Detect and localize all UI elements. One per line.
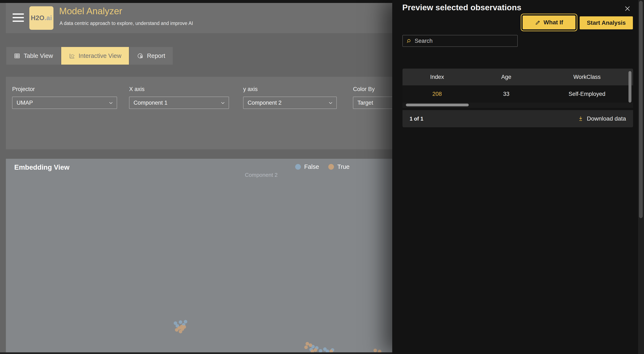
download-data-button[interactable]: Download data	[578, 115, 626, 122]
page-scrollbar[interactable]	[638, 0, 644, 354]
pagination-status: 1 of 1	[410, 116, 423, 122]
x-axis-value: Component 1	[134, 100, 168, 106]
cell-index[interactable]: 208	[402, 91, 472, 97]
y-axis-value: Component 2	[248, 100, 282, 106]
scatter-dot-true[interactable]	[373, 348, 377, 352]
logo-text-strong: H2O	[31, 14, 44, 22]
scatter-dot-false[interactable]	[319, 349, 322, 352]
table-horizontal-scrollbar[interactable]	[402, 103, 633, 108]
y-axis-dropdown[interactable]: Component 2	[243, 97, 337, 109]
chevron-down-icon	[220, 100, 226, 106]
cell-workclass: Self-Employed	[541, 91, 633, 97]
hamburger-menu-icon[interactable]	[12, 14, 24, 22]
what-if-label: What If	[544, 19, 563, 26]
scatter-dot-false[interactable]	[326, 349, 329, 352]
panel-title: Preview selected observations	[402, 3, 521, 12]
projector-value: UMAP	[16, 100, 33, 106]
start-analysis-label: Start Analysis	[587, 20, 626, 26]
scatter-dot-true[interactable]	[378, 350, 381, 352]
h2o-logo: H2O.ai	[29, 6, 54, 30]
x-axis-label: X axis	[129, 86, 229, 93]
what-if-button[interactable]: What If	[522, 16, 576, 29]
page-title: Model Analyzer	[59, 6, 122, 16]
column-header-age[interactable]: Age	[472, 74, 541, 80]
scatter-dot-true[interactable]	[311, 349, 314, 352]
scatter-dot-true[interactable]	[304, 345, 308, 349]
scatter-plot-icon	[69, 53, 75, 59]
scatter-dot-false[interactable]	[178, 320, 182, 324]
tab-report[interactable]: Report	[130, 47, 173, 65]
app-window: H2O.ai Model Analyzer A data centric app…	[0, 0, 644, 354]
color-by-value: Target	[358, 100, 373, 106]
scatter-dot-true[interactable]	[175, 328, 178, 331]
scatter-dot-true[interactable]	[329, 349, 333, 352]
table-footer: 1 of 1 Download data	[402, 110, 633, 127]
projector-label: Projector	[12, 86, 117, 93]
tab-label: Report	[147, 53, 165, 59]
download-label: Download data	[587, 115, 626, 122]
x-axis-dropdown[interactable]: Component 1	[129, 97, 229, 109]
download-icon	[578, 116, 584, 122]
view-tabs: Table View Interactive View Report	[6, 47, 173, 65]
start-analysis-button[interactable]: Start Analysis	[580, 16, 633, 29]
x-axis-control: X axis Component 1	[129, 86, 229, 109]
tab-label: Table View	[24, 53, 53, 59]
tab-label: Interactive View	[78, 53, 122, 59]
scatter-dot-true[interactable]	[309, 343, 312, 347]
chevron-down-icon	[108, 100, 114, 106]
table-header-row: Index Age WorkClass	[402, 69, 633, 85]
projector-dropdown[interactable]: UMAP	[12, 97, 117, 109]
table-footer-gap	[402, 108, 633, 110]
cell-age: 33	[472, 91, 541, 97]
search-icon	[406, 38, 412, 44]
report-icon	[137, 53, 144, 59]
scatter-dot-true[interactable]	[178, 330, 182, 333]
scatter-dot-true[interactable]	[314, 348, 318, 352]
tab-table-view[interactable]: Table View	[6, 47, 60, 65]
tab-interactive-view[interactable]: Interactive View	[61, 47, 129, 65]
logo-text-light: .ai	[44, 14, 52, 22]
projector-control: Projector UMAP	[12, 86, 117, 109]
chevron-down-icon	[328, 100, 334, 106]
table-vertical-scrollbar[interactable]	[628, 71, 632, 103]
column-header-index[interactable]: Index	[402, 74, 472, 80]
column-header-workclass[interactable]: WorkClass	[541, 74, 633, 80]
table-row[interactable]: 208 33 Self-Employed	[402, 85, 633, 103]
top-frame	[0, 0, 392, 3]
y-axis-control: y axis Component 2	[243, 86, 337, 109]
preview-observations-panel: Preview selected observations What If St…	[392, 0, 644, 354]
page-scrollbar-thumb[interactable]	[639, 1, 643, 218]
page-subtitle: A data centric approach to explore, unde…	[60, 21, 193, 26]
bottom-frame	[0, 352, 392, 354]
observations-table: Index Age WorkClass 208 33 Self-Employed…	[402, 69, 633, 127]
table-grid-icon	[14, 53, 20, 59]
search-input[interactable]	[415, 38, 514, 44]
close-icon[interactable]	[624, 5, 631, 12]
search-box	[402, 35, 518, 47]
y-axis-label: y axis	[243, 86, 337, 93]
pencil-icon	[535, 20, 541, 25]
